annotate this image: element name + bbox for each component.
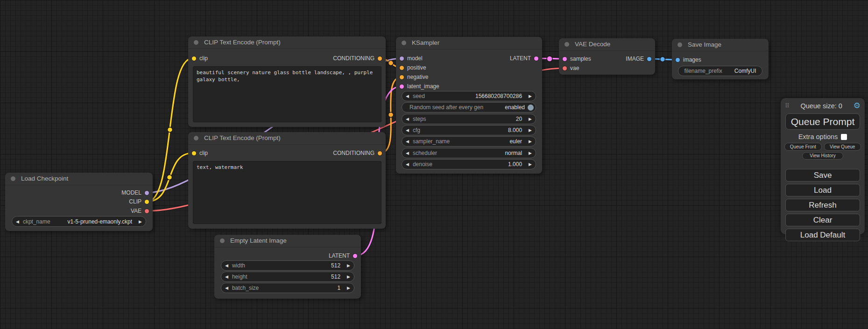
extra-options-row: Extra options	[781, 133, 865, 140]
prev-arrow-icon[interactable]: ◀	[221, 283, 232, 293]
load-default-button[interactable]: Load Default	[785, 229, 860, 241]
scheduler-widget[interactable]: ◀ scheduler normal ▶	[402, 148, 536, 158]
collapse-toggle-icon[interactable]	[402, 41, 406, 45]
node-title: VAE Decode	[559, 38, 655, 51]
images-input-pin[interactable]	[676, 58, 680, 62]
input-images: images	[676, 56, 701, 63]
width-widget[interactable]: ◀ width 512 ▶	[221, 260, 354, 271]
vae-output-pin[interactable]	[145, 209, 149, 213]
prev-arrow-icon[interactable]: ◀	[402, 148, 413, 158]
node-save-image[interactable]: Save Image images filename_prefix ComfyU…	[672, 39, 769, 79]
steps-widget[interactable]: ◀ steps 20 ▶	[402, 114, 536, 124]
negative-input-pin[interactable]	[400, 75, 404, 79]
prev-arrow-icon[interactable]: ◀	[12, 217, 23, 226]
cfg-widget[interactable]: ◀ cfg 8.000 ▶	[402, 125, 536, 135]
negative-prompt-textarea[interactable]: text, watermark	[193, 161, 381, 224]
random-seed-toggle-widget[interactable]: Random seed after every gen enabled	[402, 102, 536, 112]
collapse-toggle-icon[interactable]	[194, 40, 198, 45]
model-output-pin[interactable]	[145, 191, 149, 195]
clip-input-pin[interactable]	[192, 56, 196, 61]
output-latent: LATENT	[510, 55, 538, 62]
collapse-toggle-icon[interactable]	[565, 42, 569, 47]
node-clip-text-encode-positive[interactable]: CLIP Text Encode (Prompt) clip CONDITION…	[188, 36, 386, 127]
height-widget[interactable]: ◀ height 512 ▶	[221, 272, 354, 282]
next-arrow-icon[interactable]: ▶	[525, 91, 536, 101]
sampler-name-widget[interactable]: ◀ sampler_name euler ▶	[402, 136, 536, 147]
latent-image-input-pin[interactable]	[400, 84, 404, 89]
load-button[interactable]: Load	[785, 184, 860, 196]
queue-front-button[interactable]: Queue Front	[784, 143, 822, 151]
vae-input-pin[interactable]	[563, 66, 567, 70]
refresh-button[interactable]: Refresh	[785, 199, 860, 211]
output-conditioning: CONDITIONING	[333, 150, 382, 156]
input-samples: samples	[563, 56, 591, 62]
prev-arrow-icon[interactable]: ◀	[402, 91, 413, 101]
view-queue-button[interactable]: View Queue	[824, 143, 861, 151]
conditioning-output-pin[interactable]	[378, 56, 382, 61]
view-history-button[interactable]: View History	[802, 152, 843, 160]
latent-output-pin[interactable]	[534, 56, 538, 61]
conditioning-output-pin[interactable]	[378, 151, 382, 155]
positive-input-pin[interactable]	[400, 66, 404, 70]
toggle-knob-icon[interactable]	[528, 105, 534, 111]
denoise-widget[interactable]: ◀ denoise 1.000 ▶	[402, 159, 536, 169]
save-button[interactable]: Save	[785, 169, 860, 182]
next-arrow-icon[interactable]: ▶	[135, 217, 146, 226]
prev-arrow-icon[interactable]: ◀	[402, 126, 413, 135]
samples-input-pin[interactable]	[563, 57, 567, 61]
input-latent-image: latent_image	[400, 83, 439, 90]
prev-arrow-icon[interactable]: ◀	[402, 160, 413, 169]
collapse-toggle-icon[interactable]	[220, 238, 225, 243]
collapse-toggle-icon[interactable]	[677, 42, 682, 47]
batch-size-widget[interactable]: ◀ batch_size 1 ▶	[221, 283, 354, 293]
clip-input-pin[interactable]	[192, 151, 196, 155]
settings-gear-icon[interactable]: ⚙	[854, 101, 861, 111]
node-title: Empty Latent Image	[214, 235, 361, 247]
filename-prefix-widget[interactable]: filename_prefix ComfyUI	[678, 66, 762, 76]
clip-output-pin[interactable]	[145, 200, 149, 204]
extra-options-checkbox[interactable]	[841, 134, 847, 140]
prev-arrow-icon[interactable]: ◀	[221, 261, 232, 270]
output-vae: VAE	[131, 208, 149, 214]
next-arrow-icon[interactable]: ▶	[525, 160, 536, 169]
next-arrow-icon[interactable]: ▶	[525, 137, 536, 146]
link-dot-conditioning-negative	[388, 112, 394, 118]
next-arrow-icon[interactable]: ▶	[343, 272, 354, 281]
node-title: CLIP Text Encode (Prompt)	[188, 36, 386, 49]
output-model: MODEL	[121, 189, 149, 196]
node-graph-canvas[interactable]: Load Checkpoint MODEL CLIP VAE ◀ ckpt_na…	[0, 0, 868, 329]
next-arrow-icon[interactable]: ▶	[525, 126, 536, 135]
next-arrow-icon[interactable]: ▶	[343, 283, 354, 293]
clear-button[interactable]: Clear	[785, 214, 860, 226]
image-output-pin[interactable]	[647, 57, 651, 61]
node-ksampler[interactable]: KSampler model positive negative latent_…	[396, 37, 542, 174]
node-title: Save Image	[672, 39, 769, 51]
next-arrow-icon[interactable]: ▶	[343, 261, 354, 270]
node-load-checkpoint[interactable]: Load Checkpoint MODEL CLIP VAE ◀ ckpt_na…	[5, 173, 153, 231]
prev-arrow-icon[interactable]: ◀	[221, 272, 232, 281]
queue-prompt-button[interactable]: Queue Prompt	[785, 113, 860, 130]
seed-widget[interactable]: ◀ seed 156680208700286 ▶	[402, 91, 536, 101]
prev-arrow-icon[interactable]: ◀	[402, 137, 413, 146]
queue-menu-panel: ⠿ Queue size: 0 ⚙ Queue Prompt Extra opt…	[781, 98, 865, 234]
input-negative: negative	[400, 74, 428, 80]
output-conditioning: CONDITIONING	[333, 55, 382, 62]
next-arrow-icon[interactable]: ▶	[525, 114, 536, 124]
menu-drag-handle-icon[interactable]: ⠿	[785, 102, 790, 109]
node-vae-decode[interactable]: VAE Decode samples vae IMAGE	[559, 38, 655, 75]
model-input-pin[interactable]	[400, 56, 404, 61]
menu-header: ⠿ Queue size: 0 ⚙	[781, 98, 865, 112]
prev-arrow-icon[interactable]: ◀	[402, 114, 413, 124]
input-clip: clip	[192, 150, 208, 156]
ckpt-name-widget[interactable]: ◀ ckpt_name v1-5-pruned-emaonly.ckpt ▶	[12, 216, 146, 227]
link-dot-clip-positive	[168, 127, 173, 133]
node-empty-latent-image[interactable]: Empty Latent Image LATENT ◀ width 512 ▶ …	[214, 235, 361, 299]
next-arrow-icon[interactable]: ▶	[525, 148, 536, 158]
collapse-toggle-icon[interactable]	[11, 176, 15, 181]
latent-output-pin[interactable]	[353, 254, 357, 258]
link-dot-clip-negative	[167, 175, 172, 180]
positive-prompt-textarea[interactable]: beautiful scenery nature glass bottle la…	[193, 66, 381, 122]
collapse-toggle-icon[interactable]	[194, 136, 198, 140]
node-title: CLIP Text Encode (Prompt)	[188, 132, 386, 145]
node-clip-text-encode-negative[interactable]: CLIP Text Encode (Prompt) clip CONDITION…	[188, 132, 386, 229]
